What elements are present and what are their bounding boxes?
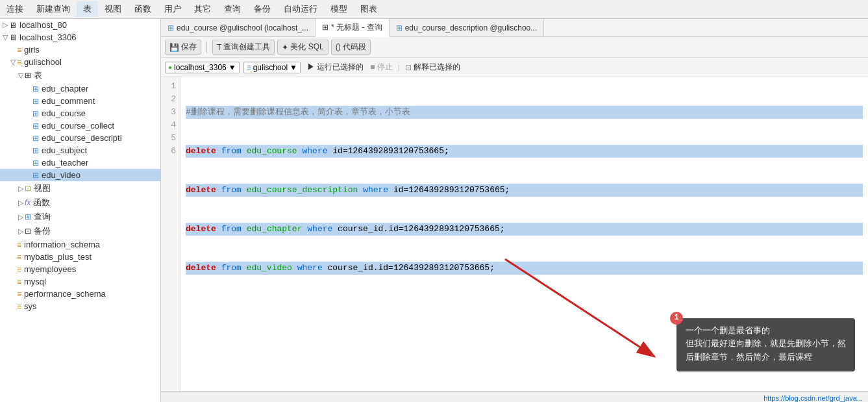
menu-view[interactable]: 视图 (98, 1, 128, 17)
query-tool-button[interactable]: T 查询创建工具 (212, 40, 275, 55)
explain-icon: ⊡ (405, 63, 412, 72)
stop-button[interactable]: ■ 停止 (370, 62, 393, 73)
tooltip-bubble: 1 一个一个删是最省事的 但我们最好逆向删除，就是先删除小节，然 后删除章节，然… (676, 318, 855, 371)
explain-button[interactable]: ⊡ 解释已选择的 (405, 62, 460, 73)
run-button[interactable]: ▶ 运行已选择的 (304, 60, 366, 74)
menu-auto-run[interactable]: 自动运行 (277, 1, 324, 17)
menu-table[interactable]: 表 (77, 1, 98, 17)
code-line-6 (236, 289, 242, 299)
status-url[interactable]: https://blog.csdn.net/grd_java... (763, 394, 863, 402)
db-icon-performance-schema: ≡ (17, 290, 21, 299)
table-icon-edu-chapter: ⊞ (32, 84, 39, 94)
expand-icon-gulischool: ▽ (10, 58, 16, 66)
connection-status-dot: ● (168, 64, 172, 71)
sidebar-item-edu-chapter[interactable]: ▷ ⊞ edu_chapter (0, 82, 160, 95)
sidebar-item-edu-course[interactable]: ▷ ⊞ edu_course (0, 107, 160, 119)
menu-chart[interactable]: 图表 (354, 1, 384, 17)
dropdown-arrow-icon: ▼ (229, 63, 236, 72)
menu-new-query[interactable]: 新建查询 (30, 1, 77, 17)
tab-edu-course[interactable]: ⊞ edu_course @gulischool (localhost_... (161, 19, 316, 36)
menu-connect[interactable]: 连接 (0, 1, 30, 17)
sidebar-item-edu-teacher[interactable]: ▷ ⊞ edu_teacher (0, 157, 160, 169)
db-icon-mysql: ≡ (17, 277, 21, 286)
expand-icon-localhost3306: ▽ (3, 33, 8, 42)
database-dropdown[interactable]: ≡ gulischool ▼ (243, 62, 301, 73)
expand-icon-queries: ▷ (18, 213, 23, 221)
db-icon-gulischool: ≡ (17, 58, 21, 67)
menu-query[interactable]: 查询 (217, 1, 247, 17)
toolbar-separator (206, 42, 207, 53)
tab-bar: ⊞ edu_course @gulischool (localhost_... … (161, 19, 868, 37)
sidebar-item-edu-video[interactable]: ▷ ⊞ edu_video (0, 169, 160, 181)
code-line-2: delete from edu_course where id=12643928… (186, 145, 863, 158)
table-icon-edu-comment: ⊞ (32, 97, 39, 106)
code-editor[interactable]: 1 2 3 4 5 6 #删除课程，需要删除课程信息表，简介表，章节表，小节表 … (161, 77, 868, 391)
sidebar-item-backups-folder[interactable]: ▷ ⊡ 备份 (0, 224, 160, 238)
sidebar-item-localhost-3306[interactable]: ▽ 🖥 localhost_3306 (0, 31, 160, 44)
table-icon-edu-course-collect: ⊞ (32, 121, 39, 131)
query-toolbar: ● localhost_3306 ▼ ≡ gulischool ▼ ▶ 运行已选… (161, 58, 868, 77)
menu-user[interactable]: 用户 (158, 1, 188, 17)
table-icon-edu-subject: ⊞ (32, 146, 39, 155)
server-icon-localhost80: 🖥 (9, 21, 17, 30)
tooltip-line3: 后删除章节，然后简介，最后课程 (686, 351, 846, 365)
sidebar-item-gulischool[interactable]: ▽ ≡ gulischool (0, 56, 160, 68)
folder-icon-views: ⊡ (25, 184, 31, 193)
table-icon-edu-course: ⊞ (32, 109, 39, 118)
menu-model[interactable]: 模型 (324, 1, 354, 17)
tooltip-line2: 但我们最好逆向删除，就是先删除小节，然 (686, 338, 846, 351)
top-menu-bar: 连接 新建查询 表 视图 函数 用户 其它 查询 备份 自动运行 模型 图表 (0, 0, 868, 19)
sidebar-item-queries-folder[interactable]: ▷ ⊞ 查询 (0, 210, 160, 224)
save-icon: 💾 (169, 43, 179, 52)
tooltip-number: 1 (670, 312, 683, 325)
connection-dropdown[interactable]: ● localhost_3306 ▼ (165, 62, 240, 73)
toolbar-separator2: | (397, 64, 401, 71)
code-line-4: delete from edu_chapter where course_id.… (186, 223, 863, 236)
beautify-sql-button[interactable]: ✦ 美化 SQL (277, 40, 328, 55)
menu-function[interactable]: 函数 (128, 1, 158, 17)
sidebar-item-localhost-80[interactable]: ▷ 🖥 localhost_80 (0, 19, 160, 31)
toolbar: 💾 保存 T 查询创建工具 ✦ 美化 SQL () 代码段 (161, 37, 868, 58)
sidebar-item-funcs-folder[interactable]: ▷ fx 函数 (0, 195, 160, 210)
save-button[interactable]: 💾 保存 (165, 40, 201, 55)
db-icon-girls: ≡ (17, 45, 21, 55)
menu-other[interactable]: 其它 (188, 1, 217, 17)
code-line-3: delete from edu_course_description where… (186, 184, 863, 197)
content-area: ⊞ edu_course @gulischool (localhost_... … (161, 19, 868, 402)
table-icon2: ⊞ (396, 23, 403, 32)
tab-untitled-query[interactable]: ⊞ * 无标题 - 查询 (316, 19, 390, 37)
server-icon-localhost3306: 🖥 (9, 33, 17, 42)
code-line-1: #删除课程，需要删除课程信息表，简介表，章节表，小节表 (186, 106, 863, 119)
tooltip-line1: 一个一个删是最省事的 (686, 325, 846, 338)
dropdown-arrow-icon2: ▼ (290, 63, 297, 72)
sidebar-item-mysql[interactable]: ▷ ≡ mysql (0, 275, 160, 288)
sidebar-item-views-folder[interactable]: ▷ ⊡ 视图 (0, 181, 160, 195)
table-icon: ⊞ (167, 23, 174, 32)
sidebar-item-tables-folder[interactable]: ▽ ⊞ 表 (0, 68, 160, 82)
status-bar: https://blog.csdn.net/grd_java... (161, 391, 868, 402)
code-segment-button[interactable]: () 代码段 (331, 40, 371, 55)
sidebar-item-girls[interactable]: ▷ ≡ girls (0, 44, 160, 56)
folder-icon-tables: ⊞ (25, 71, 31, 80)
menu-backup[interactable]: 备份 (247, 1, 277, 17)
sidebar-item-edu-comment[interactable]: ▷ ⊞ edu_comment (0, 95, 160, 107)
table-icon-edu-course-descripti: ⊞ (32, 134, 39, 143)
expand-icon-funcs: ▷ (18, 199, 23, 207)
sidebar-item-performance-schema[interactable]: ▷ ≡ performance_schema (0, 288, 160, 300)
sidebar-item-myemployees[interactable]: ▷ ≡ myemployees (0, 263, 160, 275)
sidebar-item-edu-course-collect[interactable]: ▷ ⊞ edu_course_collect (0, 119, 160, 132)
expand-icon-backups: ▷ (18, 227, 23, 236)
sidebar-item-edu-course-descripti[interactable]: ▷ ⊞ edu_course_descripti (0, 132, 160, 144)
folder-icon-queries: ⊞ (25, 212, 31, 221)
expand-icon-views: ▷ (18, 184, 23, 193)
code-line-5: delete from edu_video where course_id.id… (186, 262, 863, 275)
sidebar-item-mybatis-plus-test[interactable]: ▷ ≡ mybatis_plus_test (0, 251, 160, 263)
expand-icon-localhost80: ▷ (3, 21, 8, 29)
line-numbers: 1 2 3 4 5 6 (161, 77, 180, 391)
table-icon-edu-teacher: ⊞ (32, 158, 39, 168)
tab-edu-course-description[interactable]: ⊞ edu_course_description @gulischoo... (390, 19, 545, 36)
sidebar-item-information-schema[interactable]: ▷ ≡ information_schema (0, 238, 160, 251)
folder-icon-funcs: fx (25, 198, 31, 207)
sidebar-item-edu-subject[interactable]: ▷ ⊞ edu_subject (0, 144, 160, 157)
sidebar-item-sys[interactable]: ▷ ≡ sys (0, 300, 160, 312)
